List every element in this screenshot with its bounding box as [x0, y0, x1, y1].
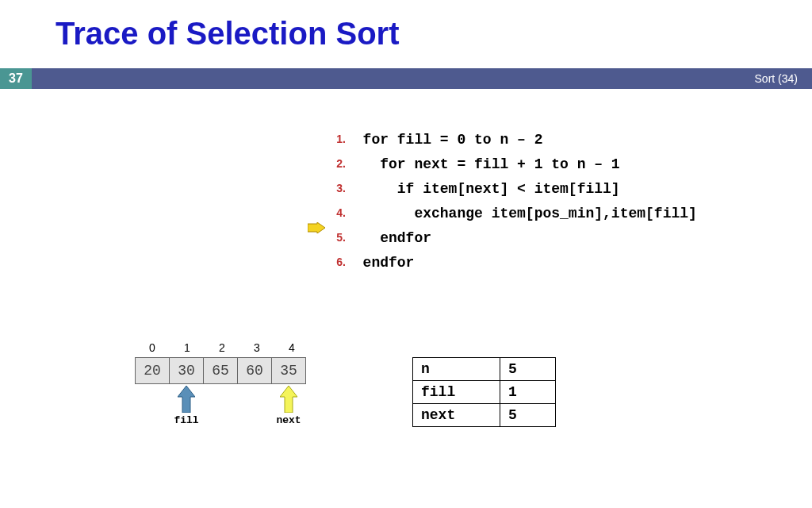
current-line-pointer-icon [308, 222, 325, 237]
code-line-text: for fill = 0 to n – 2 [346, 132, 542, 148]
table-row: n5 [413, 358, 556, 381]
variables-table: n5fill1next5 [412, 357, 556, 427]
array-cell: 30 [169, 357, 204, 384]
next-pointer: next [271, 386, 306, 426]
svg-marker-1 [178, 386, 195, 413]
svg-marker-0 [308, 222, 325, 233]
var-value: 5 [500, 358, 556, 381]
table-row: fill1 [413, 381, 556, 404]
code-line-text: exchange item[pos_min],item[fill] [346, 206, 697, 221]
array-cell: 20 [135, 357, 170, 384]
code-line-number: 2. [327, 152, 346, 175]
code-line-text: endfor [346, 255, 414, 271]
array-index-row: 01234 [135, 341, 309, 354]
var-name: fill [413, 381, 500, 404]
code-line-text: endfor [346, 230, 431, 246]
array-index: 1 [170, 341, 205, 354]
var-value: 5 [500, 404, 556, 427]
next-pointer-label: next [276, 414, 301, 426]
array-arrow-row: fillnext [135, 384, 309, 432]
code-line-number: 5. [327, 225, 346, 249]
code-line-number: 1. [327, 127, 346, 151]
up-arrow-icon [178, 386, 195, 413]
code-line-number: 3. [327, 176, 346, 200]
svg-marker-2 [280, 386, 297, 413]
array-diagram: 01234 2030656035 fillnext [135, 341, 309, 432]
var-name: n [413, 358, 500, 381]
code-line: 4. exchange item[pos_min],item[fill] [327, 201, 697, 225]
array-cells-row: 2030656035 [135, 357, 309, 384]
header-bar: 37 Sort (34) [0, 68, 812, 89]
up-arrow-icon [280, 386, 297, 413]
var-value: 1 [500, 381, 556, 404]
array-index: 2 [205, 341, 239, 354]
header-right-label: Sort (34) [755, 72, 798, 85]
code-line-text: if item[next] < item[fill] [346, 181, 620, 197]
code-line: 6. endfor [327, 250, 697, 275]
fill-pointer: fill [169, 386, 204, 426]
code-line: 2. for next = fill + 1 to n – 1 [327, 152, 697, 176]
array-index: 3 [239, 341, 274, 354]
array-cell: 65 [203, 357, 238, 384]
array-index: 0 [135, 341, 170, 354]
code-line: 1. for fill = 0 to n – 2 [327, 127, 697, 152]
array-index: 4 [274, 341, 309, 354]
slide-number: 37 [0, 68, 32, 89]
code-line: 5. endfor [327, 225, 697, 250]
pseudocode-block: 1. for fill = 0 to n – 22. for next = fi… [327, 127, 697, 275]
array-cell: 35 [271, 357, 306, 384]
code-line: 3. if item[next] < item[fill] [327, 176, 697, 201]
code-line-number: 6. [327, 250, 346, 274]
var-name: next [413, 404, 500, 427]
table-row: next5 [413, 404, 556, 427]
array-cell: 60 [237, 357, 272, 384]
code-line-number: 4. [327, 201, 346, 225]
fill-pointer-label: fill [174, 414, 198, 426]
code-line-text: for next = fill + 1 to n – 1 [346, 156, 620, 172]
slide-title: Trace of Selection Sort [56, 16, 399, 52]
